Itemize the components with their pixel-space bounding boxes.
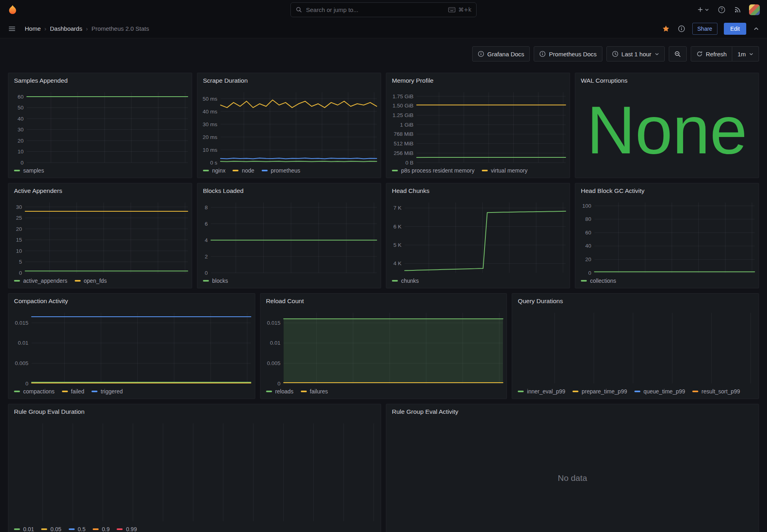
refresh-group: Refresh 1m: [691, 46, 759, 62]
grafana-docs-button[interactable]: Grafana Docs: [472, 46, 530, 62]
legend-item-queue_time_p99[interactable]: queue_time_p99: [634, 388, 685, 395]
legend-item-samples[interactable]: samples: [14, 167, 44, 174]
legend-item-compactions[interactable]: compactions: [14, 388, 55, 395]
chart-active-appenders[interactable]: 05101520253017:4017:5018:0018:1018:2018:…: [8, 199, 192, 277]
search-bar[interactable]: ⌘+k: [290, 2, 477, 17]
legend-rule-group-eval-duration: 0.010.050.50.90.99: [8, 525, 381, 532]
collapse-chrome-button[interactable]: [753, 25, 760, 32]
legend-item-triggered[interactable]: triggered: [91, 388, 123, 395]
panel-header[interactable]: Memory Profile: [386, 73, 570, 88]
new-dropdown-button[interactable]: [696, 6, 710, 14]
zoom-out-button[interactable]: [669, 46, 687, 62]
svg-text:0: 0: [19, 270, 22, 276]
panel-header[interactable]: Blocks Loaded: [197, 183, 381, 199]
chevron-down-icon: [749, 52, 753, 56]
chart-head-chunks[interactable]: 4 K5 K6 K7 K17:4017:5018:0018:1018:2018:…: [386, 199, 570, 277]
legend-item-reloads[interactable]: reloads: [266, 388, 294, 395]
chart-canvas: 010203040506017:4017:5018:0018:1018:2018…: [8, 88, 192, 167]
time-range-button[interactable]: Last 1 hour: [606, 46, 665, 62]
chart-canvas: 17:4017:5018:0018:1018:2018:30: [512, 309, 759, 387]
legend-label: open_fds: [84, 278, 107, 284]
chart-head-block-gc[interactable]: 02040608010017:4017:5018:0018:1018:2018:…: [575, 199, 759, 277]
panel-header[interactable]: Samples Appended: [8, 73, 192, 88]
share-button[interactable]: Share: [692, 23, 717, 35]
legend-compaction-activity: compactionsfailedtriggered: [8, 387, 255, 399]
svg-text:512 MiB: 512 MiB: [393, 141, 413, 147]
panel-header[interactable]: Active Appenders: [8, 183, 192, 199]
chart-scrape-duration[interactable]: 0 s10 ms20 ms30 ms40 ms50 ms17:4017:5018…: [197, 88, 381, 167]
legend-item-0-9[interactable]: 0.9: [93, 526, 109, 532]
panel-header[interactable]: Reload Count: [260, 294, 507, 309]
panel-header[interactable]: Head Block GC Activity: [575, 183, 759, 199]
legend-item-inner_eval_p99[interactable]: inner_eval_p99: [518, 388, 565, 395]
refresh-button[interactable]: Refresh: [691, 46, 733, 62]
breadcrumb-home[interactable]: Home: [25, 25, 41, 32]
chart-samples-appended[interactable]: 010203040506017:4017:5018:0018:1018:2018…: [8, 88, 192, 167]
svg-text:18:30: 18:30: [368, 165, 381, 167]
chart-rule-group-eval-duration[interactable]: 17:3517:4017:4517:5017:5518:0018:0518:10…: [8, 419, 381, 525]
legend-item-result_sort_p99[interactable]: result_sort_p99: [692, 388, 740, 395]
menu-toggle-button[interactable]: [7, 24, 17, 34]
favorite-button[interactable]: [661, 24, 671, 34]
svg-text:18:15: 18:15: [277, 524, 290, 525]
rss-icon: [734, 6, 741, 13]
legend-item-prepare_time_p99[interactable]: prepare_time_p99: [572, 388, 627, 395]
legend-item-open_fds[interactable]: open_fds: [75, 278, 107, 284]
chart-query-durations[interactable]: 17:4017:5018:0018:1018:2018:30: [512, 309, 759, 387]
legend-item-failed[interactable]: failed: [62, 388, 84, 395]
refresh-label: Refresh: [706, 51, 727, 58]
svg-text:50 ms: 50 ms: [203, 96, 217, 102]
help-button[interactable]: ?: [717, 5, 726, 14]
panel-header[interactable]: Compaction Activity: [8, 294, 255, 309]
legend-swatch: [41, 528, 47, 530]
dashboard-insights-button[interactable]: [677, 24, 686, 33]
news-button[interactable]: [733, 6, 742, 14]
svg-text:0.01: 0.01: [18, 340, 28, 346]
grafana-logo-icon[interactable]: [7, 4, 18, 15]
panel-header[interactable]: Rule Group Eval Duration: [8, 404, 381, 419]
panel-title: Compaction Activity: [14, 298, 68, 305]
panel-header[interactable]: Rule Group Eval Activity: [386, 404, 759, 419]
chart-canvas: 17:3517:4017:4517:5017:5518:0018:0518:10…: [8, 419, 381, 525]
legend-swatch: [232, 170, 238, 171]
edit-button[interactable]: Edit: [724, 23, 746, 35]
panel-header[interactable]: Head Chunks: [386, 183, 570, 199]
legend-item-0-05[interactable]: 0.05: [41, 526, 61, 532]
legend-item-failures[interactable]: failures: [301, 388, 328, 395]
panel-header[interactable]: WAL Corruptions: [575, 73, 759, 88]
legend-item-node[interactable]: node: [232, 167, 254, 174]
legend-item-0-01[interactable]: 0.01: [14, 526, 34, 532]
legend-item-p8s-process-resident-memory[interactable]: p8s process resident memory: [392, 167, 475, 174]
legend-label: 0.99: [126, 526, 137, 532]
chart-blocks-loaded[interactable]: 0246817:4017:5018:0018:1018:2018:30: [197, 199, 381, 277]
panel-header[interactable]: Query Durations: [512, 294, 759, 309]
prometheus-docs-button[interactable]: Prometheus Docs: [534, 46, 602, 62]
chevron-down-icon: [655, 52, 659, 56]
search-input[interactable]: [306, 6, 444, 13]
chart-memory-profile[interactable]: 0 B256 MiB512 MiB768 MiB1 GiB1.25 GiB1.5…: [386, 88, 570, 167]
svg-text:18:20: 18:20: [151, 165, 165, 167]
svg-text:4: 4: [205, 237, 208, 243]
panel-title: WAL Corruptions: [581, 77, 628, 84]
legend-item-prometheus[interactable]: prometheus: [262, 167, 300, 174]
svg-text:17:40: 17:40: [612, 276, 625, 277]
legend-item-active_appenders[interactable]: active_appenders: [14, 278, 68, 284]
breadcrumb-dashboards[interactable]: Dashboards: [50, 25, 82, 32]
svg-text:18:00: 18:00: [482, 165, 495, 167]
legend-item-blocks[interactable]: blocks: [203, 278, 228, 284]
panel-header[interactable]: Scrape Duration: [197, 73, 381, 88]
user-avatar[interactable]: [749, 4, 760, 15]
legend-label: 0.01: [23, 526, 34, 532]
chart-compaction-activity[interactable]: 00.0050.010.01517:4017:5018:0018:1018:20…: [8, 309, 255, 387]
legend-item-nginx[interactable]: nginx: [203, 167, 225, 174]
legend-item-0-99[interactable]: 0.99: [117, 526, 137, 532]
legend-swatch: [203, 280, 209, 282]
legend-item-virtual-memory[interactable]: virtual memory: [482, 167, 528, 174]
refresh-interval-button[interactable]: 1m: [732, 46, 759, 62]
legend-item-0-5[interactable]: 0.5: [69, 526, 85, 532]
legend-item-collections[interactable]: collections: [581, 278, 616, 284]
chart-reload-count[interactable]: 00.0050.010.01517:4017:5018:0018:1018:20…: [260, 309, 507, 387]
svg-text:17:50: 17:50: [587, 386, 601, 387]
svg-text:?: ?: [721, 8, 723, 12]
legend-item-chunks[interactable]: chunks: [392, 278, 419, 284]
